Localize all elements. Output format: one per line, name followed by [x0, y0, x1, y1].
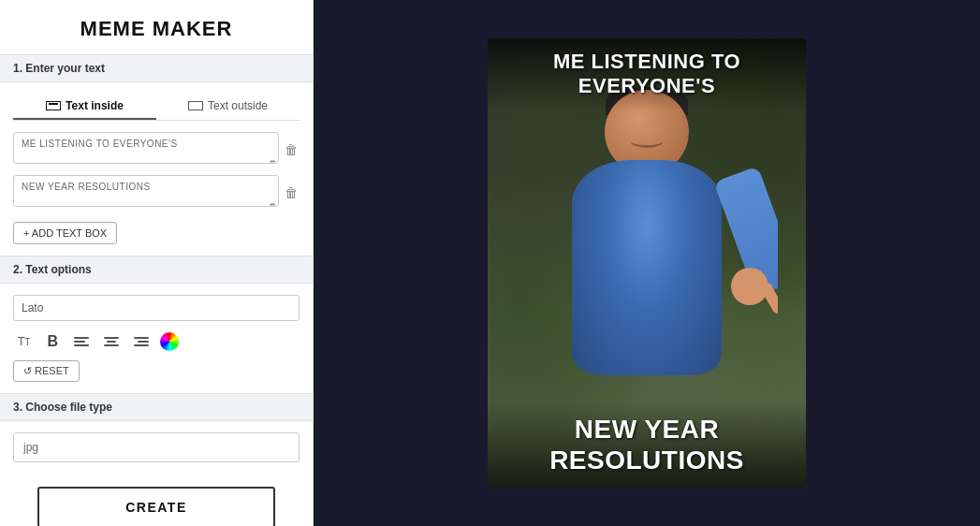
meme-preview: ME LISTENING TO EVERYONE'S NEW YEAR RESO… — [488, 38, 806, 488]
create-section: CREATE — [0, 474, 313, 526]
create-button[interactable]: CREATE — [37, 487, 275, 526]
tab-text-outside[interactable]: Text outside — [156, 94, 300, 120]
text-field-wrapper-2: NEW YEAR RESOLUTIONS ⬌ — [13, 175, 279, 211]
tab-outside-icon — [188, 101, 203, 110]
meme-bottom-text: NEW YEAR RESOLUTIONS — [488, 402, 806, 488]
text-tools-row: TT B — [13, 330, 300, 353]
section-file-type-body: jpg png gif — [0, 421, 313, 474]
section-text-options-body: Lato Arial Impact Georgia TT B — [0, 284, 313, 393]
resize-handle-2[interactable]: ⬌ — [270, 201, 277, 209]
text-field-row-1: ME LISTENING TO EVERYONE'S ⬌ 🗑 — [13, 132, 300, 168]
person-body — [572, 160, 722, 375]
file-type-select[interactable]: jpg png gif — [13, 432, 300, 462]
section-text-entry-header: 1. Enter your text — [0, 54, 313, 82]
section-file-type-header: 3. Choose file type — [0, 393, 313, 421]
reset-button[interactable]: ↺ RESET — [13, 360, 80, 382]
left-panel: MEME MAKER 1. Enter your text Text insid… — [0, 0, 314, 526]
photo-area — [516, 80, 778, 441]
meme-top-text: ME LISTENING TO EVERYONE'S — [488, 38, 806, 110]
font-size-button[interactable]: TT — [13, 332, 35, 351]
text-mode-tabs: Text inside Text outside — [13, 94, 300, 121]
text-input-1[interactable]: ME LISTENING TO EVERYONE'S — [13, 132, 279, 164]
text-input-2[interactable]: NEW YEAR RESOLUTIONS — [13, 175, 279, 207]
align-left-button[interactable] — [70, 334, 93, 349]
text-field-wrapper-1: ME LISTENING TO EVERYONE'S ⬌ — [13, 132, 279, 168]
tab-inside-icon — [46, 101, 61, 110]
add-text-box-button[interactable]: + ADD TEXT BOX — [13, 222, 117, 244]
text-field-row-2: NEW YEAR RESOLUTIONS ⬌ 🗑 — [13, 175, 300, 211]
delete-text-2-button[interactable]: 🗑 — [283, 183, 300, 202]
resize-handle-1[interactable]: ⬌ — [270, 158, 277, 166]
color-picker-button[interactable] — [160, 332, 179, 351]
bold-button[interactable]: B — [42, 330, 63, 353]
align-center-button[interactable] — [100, 334, 123, 349]
tab-text-inside[interactable]: Text inside — [13, 94, 156, 120]
person-smile — [631, 134, 664, 148]
meme-background: ME LISTENING TO EVERYONE'S NEW YEAR RESO… — [488, 38, 806, 488]
section-text-options-header: 2. Text options — [0, 256, 313, 284]
right-panel: ME LISTENING TO EVERYONE'S NEW YEAR RESO… — [314, 0, 980, 526]
align-right-button[interactable] — [130, 334, 153, 349]
app-title: MEME MAKER — [0, 0, 313, 54]
delete-text-1-button[interactable]: 🗑 — [283, 140, 300, 159]
section-text-entry-body: Text inside Text outside ME LISTENING TO… — [0, 82, 313, 256]
font-select[interactable]: Lato Arial Impact Georgia — [13, 295, 300, 321]
